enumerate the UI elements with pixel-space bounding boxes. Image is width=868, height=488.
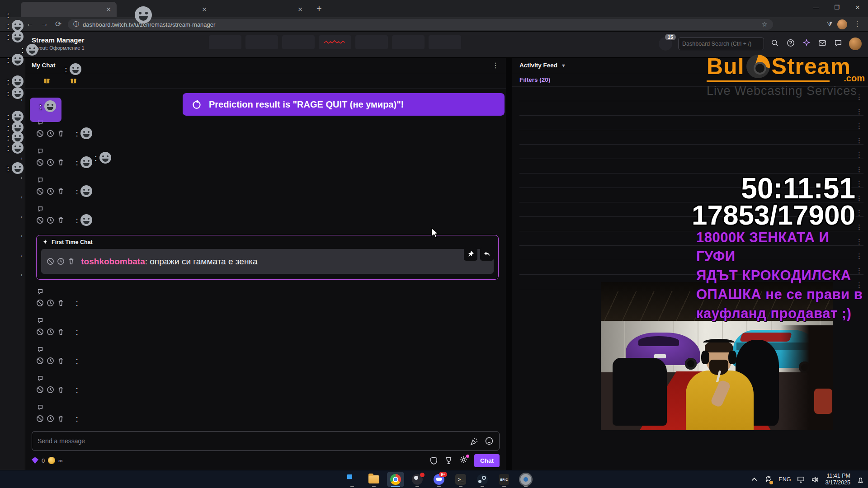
entry-kebab-icon[interactable]: ⋮ (856, 108, 863, 116)
mod-tools[interactable] (36, 299, 65, 307)
obs-taskbar-icon[interactable] (409, 472, 426, 487)
explorer-taskbar-icon[interactable] (365, 472, 382, 487)
clock[interactable]: 11:41 PM 3/17/2025 (825, 473, 850, 486)
minimize-button[interactable]: — (806, 0, 826, 14)
coin-icon[interactable] (48, 457, 55, 464)
leaderboard-chip[interactable] (43, 77, 58, 84)
tab-close-icon[interactable]: ✕ (105, 6, 112, 13)
sidebar-item[interactable]: › (5, 192, 20, 203)
chat-input[interactable]: Send a message (32, 431, 500, 451)
mod-tools[interactable] (36, 188, 65, 195)
entry-kebab-icon[interactable]: ⋮ (856, 122, 863, 130)
keyboard-language[interactable]: ENG (778, 476, 791, 483)
bookmark-star-icon[interactable]: ☆ (762, 20, 768, 28)
celebration-icon[interactable] (470, 436, 479, 446)
sidebar-item[interactable]: › (5, 250, 20, 262)
activity-entry[interactable]: ⋮ (519, 116, 863, 130)
display-icon[interactable] (797, 476, 805, 483)
steam-taskbar-icon[interactable] (474, 472, 491, 487)
epic-taskbar-icon[interactable]: EPIC (495, 472, 513, 487)
delete-trash-icon (57, 386, 65, 394)
mod-tools[interactable] (36, 357, 65, 365)
mod-tools[interactable] (47, 258, 75, 265)
entry-kebab-icon[interactable]: ⋮ (856, 180, 863, 188)
chat-bubble-icon[interactable] (833, 39, 843, 49)
start-taskbar-icon[interactable] (344, 472, 361, 487)
entry-kebab-icon[interactable]: ⋮ (856, 194, 863, 202)
emote-picker-icon[interactable] (485, 436, 494, 446)
bits-icon[interactable] (32, 457, 38, 464)
reply-button[interactable] (480, 247, 494, 261)
chevron-right-icon: › (21, 272, 23, 277)
speaker-icon[interactable] (811, 476, 819, 483)
search-icon[interactable] (770, 39, 780, 49)
tray-chevron-up-icon[interactable] (750, 476, 758, 483)
bitrate-sparkline (324, 39, 345, 45)
address-bar[interactable]: ⓘ dashboard.twitch.tv/u/zenremasta/strea… (68, 19, 773, 30)
stat-value (288, 37, 309, 47)
chevron-down-icon[interactable]: ▼ (561, 63, 566, 68)
sidebar-item[interactable]: › (5, 94, 20, 106)
terminal-taskbar-icon[interactable]: >_ (452, 472, 469, 487)
sidebar-item[interactable]: › (5, 133, 20, 145)
mod-tools[interactable] (36, 159, 65, 166)
chat-send-button[interactable]: Chat (474, 454, 500, 467)
close-button[interactable]: ✕ (847, 0, 868, 14)
sidebar-item[interactable]: › (5, 153, 20, 164)
sidebar-item[interactable]: › (5, 114, 20, 126)
maximize-button[interactable]: ❐ (826, 0, 847, 14)
extensions-puzzle-icon[interactable]: ⧩ (827, 20, 833, 28)
browser-tab[interactable]: ✕ (212, 2, 308, 17)
discord-taskbar-icon[interactable]: 9+ (430, 472, 448, 487)
entry-kebab-icon[interactable]: ⋮ (856, 209, 863, 217)
rewards-goblet-icon[interactable] (444, 456, 453, 465)
forward-icon[interactable]: → (41, 19, 48, 28)
notification-bell-icon[interactable] (857, 476, 864, 483)
help-icon[interactable] (786, 39, 796, 49)
pin-button[interactable] (464, 247, 477, 261)
entry-kebab-icon[interactable]: ⋮ (856, 151, 863, 159)
browser-profile-avatar[interactable] (837, 19, 847, 29)
emote-grey-face (80, 156, 92, 168)
back-icon[interactable]: ← (26, 19, 34, 28)
browser-menu-icon[interactable]: ⋮ (854, 20, 861, 28)
page-title: Stream Manager (32, 36, 85, 44)
activity-entry[interactable]: ⋮ (519, 145, 863, 159)
sidebar-item[interactable]: › (5, 75, 20, 87)
chat-username[interactable]: toshkobombata (81, 257, 145, 266)
tab-close-icon[interactable]: ✕ (297, 6, 304, 13)
new-tab-button[interactable]: + (316, 4, 322, 14)
sidebar-item[interactable]: › (5, 172, 20, 184)
activity-entry[interactable]: ⋮ (519, 101, 863, 116)
entry-kebab-icon[interactable]: ⋮ (856, 165, 863, 174)
sidebar-item[interactable]: › (5, 230, 20, 242)
activity-entry[interactable]: ⋮ (519, 130, 863, 145)
mod-tools[interactable] (36, 130, 65, 137)
dashboard-search-input[interactable] (678, 38, 764, 50)
sparkle-ai-icon[interactable] (802, 39, 811, 49)
sync-icon[interactable] (764, 475, 772, 483)
chevron-right-icon: › (21, 155, 23, 161)
entry-kebab-icon[interactable]: ⋮ (856, 136, 863, 145)
ban-icon (36, 415, 44, 422)
tab-close-icon[interactable]: ✕ (201, 6, 208, 13)
chrome-taskbar-icon[interactable] (387, 472, 404, 487)
sidebar-item[interactable]: › (5, 269, 20, 281)
settings-taskbar-icon[interactable] (517, 472, 534, 487)
mod-tools[interactable] (36, 386, 65, 394)
mod-tools[interactable] (36, 216, 65, 224)
refresh-icon[interactable]: ⟳ (55, 19, 61, 29)
whispers-mail-icon[interactable] (817, 39, 827, 49)
browser-tab[interactable]: ✕ (117, 2, 212, 17)
site-info-icon[interactable]: ⓘ (73, 20, 79, 28)
notifications-button[interactable]: 15 (659, 37, 672, 51)
browser-tab[interactable]: ✕ (21, 2, 117, 17)
chat-options-kebab-icon[interactable]: ⋮ (492, 61, 500, 70)
leaderboard-chip[interactable] (70, 77, 85, 84)
mod-tools[interactable] (36, 415, 65, 422)
sidebar-item[interactable]: › (5, 211, 20, 223)
windows-taskbar: 9+>_EPIC ENG 11:41 PM 3/17/2025 (0, 470, 868, 488)
mod-shield-icon[interactable] (429, 456, 438, 465)
user-avatar[interactable] (849, 38, 862, 50)
mod-tools[interactable] (36, 328, 65, 336)
